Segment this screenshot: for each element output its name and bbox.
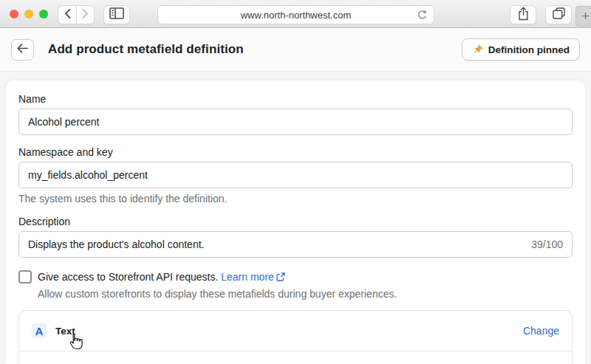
letter-a-icon: A [32, 323, 47, 338]
page-header: Add product metafield definition Definit… [0, 28, 591, 72]
content-type-row: A Text Change [19, 311, 572, 351]
definition-pinned-label: Definition pinned [488, 44, 570, 55]
page-body: Name Namespace and key The system uses t… [0, 72, 591, 364]
name-label: Name [18, 93, 573, 105]
name-field-group: Name [18, 93, 573, 135]
namespace-help-text: The system uses this to identify the def… [18, 193, 573, 205]
new-tab-button[interactable]: + [575, 6, 591, 27]
minimize-window-button[interactable] [24, 10, 33, 18]
sidebar-icon [109, 7, 124, 22]
chevron-left-icon [64, 8, 71, 21]
page-title: Add product metafield definition [48, 42, 244, 57]
learn-more-link[interactable]: Learn more [221, 271, 285, 283]
browser-back-button[interactable] [58, 5, 76, 24]
character-counter: 39/100 [531, 238, 563, 250]
description-input-wrap: 39/100 [18, 231, 573, 258]
page-back-button[interactable] [11, 39, 34, 61]
name-input[interactable] [18, 109, 573, 135]
content-type-card: A Text Change [18, 310, 573, 364]
share-icon [518, 7, 529, 24]
url-bar[interactable]: www.north-northwest.com [157, 5, 434, 24]
namespace-input[interactable] [18, 162, 573, 188]
maximize-window-button[interactable] [39, 10, 48, 18]
plus-icon: + [581, 8, 590, 24]
description-input[interactable] [28, 238, 524, 250]
arrow-left-icon [17, 43, 28, 56]
storefront-access-checkbox[interactable] [18, 270, 32, 284]
description-field-group: Description 39/100 [18, 216, 573, 258]
browser-chrome: www.north-northwest.com + [0, 0, 591, 28]
storefront-access-row: Give access to Storefront API requests. … [18, 270, 573, 284]
close-window-button[interactable] [10, 10, 18, 18]
traffic-lights [10, 10, 48, 18]
external-link-icon [276, 272, 285, 284]
chevron-right-icon [82, 8, 89, 21]
description-label: Description [18, 216, 573, 227]
change-type-link[interactable]: Change [523, 325, 559, 337]
browser-forward-button[interactable] [76, 5, 95, 24]
namespace-label: Namespace and key [18, 146, 573, 158]
definition-pinned-button[interactable]: Definition pinned [462, 38, 580, 61]
reload-icon[interactable] [417, 10, 428, 23]
sidebar-toggle-button[interactable] [103, 5, 130, 24]
url-text: www.north-northwest.com [241, 10, 352, 21]
tab-overview-button[interactable] [545, 5, 572, 24]
content-type-value: Text [55, 326, 75, 337]
share-button[interactable] [510, 5, 536, 24]
pushpin-icon [472, 44, 483, 55]
namespace-field-group: Namespace and key The system uses this t… [18, 146, 573, 205]
metafield-form-card: Name Namespace and key The system uses t… [6, 80, 585, 364]
tabs-icon [553, 7, 565, 22]
storefront-access-label: Give access to Storefront API requests. … [38, 270, 285, 284]
storefront-access-help: Allow custom storefronts to display thes… [38, 288, 573, 300]
